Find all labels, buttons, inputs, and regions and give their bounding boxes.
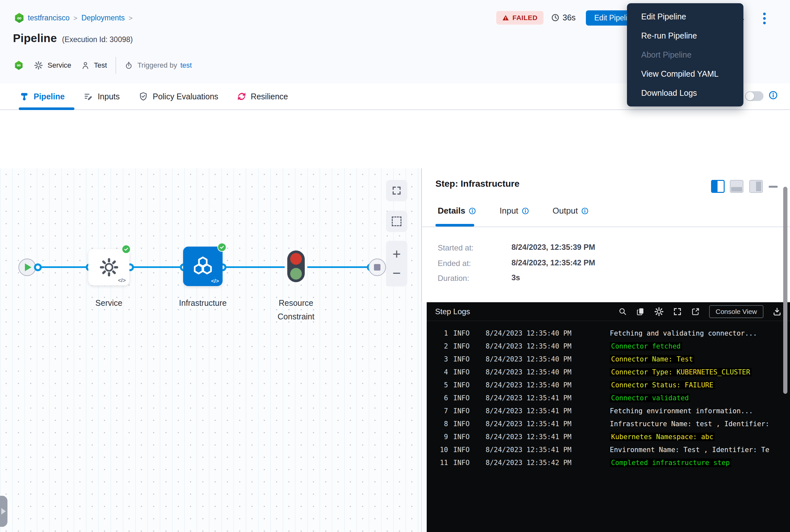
menu-item-rerun-pipeline[interactable]: Re-run Pipeline bbox=[627, 26, 744, 45]
triggered-by-user-link[interactable]: test bbox=[180, 61, 192, 70]
service-meta-label: Service bbox=[47, 61, 71, 70]
warning-triangle-icon bbox=[502, 14, 509, 21]
play-icon bbox=[25, 263, 32, 271]
code-tag: </> bbox=[118, 277, 126, 284]
fullscreen-icon[interactable] bbox=[673, 307, 682, 316]
trigger-stopwatch-icon bbox=[124, 61, 133, 70]
step-logs-title: Step Logs bbox=[435, 307, 470, 316]
view-toggle-switch[interactable] bbox=[745, 91, 764, 101]
node-label-service: Service bbox=[85, 296, 133, 310]
console-view-button[interactable]: Console View bbox=[709, 305, 764, 318]
log-row: 5INFO8/24/2023 12:35:40 PMConnector Stat… bbox=[437, 379, 787, 392]
meta-divider bbox=[115, 57, 116, 74]
breadcrumb-deployments[interactable]: Deployments bbox=[81, 14, 124, 22]
cd-module-icon: ∞ bbox=[15, 61, 23, 70]
marquee-select-icon bbox=[392, 216, 402, 226]
execution-id: (Execution Id: 30098) bbox=[62, 35, 133, 44]
environment-person-icon bbox=[81, 61, 90, 70]
stop-icon bbox=[374, 264, 381, 270]
service-gear-icon bbox=[34, 61, 43, 70]
menu-item-abort-pipeline[interactable]: Abort Pipeline bbox=[627, 45, 744, 64]
tab-pipeline[interactable]: Pipeline bbox=[19, 92, 65, 101]
log-rows: 1INFO8/24/2023 12:35:40 PMFetching and v… bbox=[437, 327, 787, 469]
pipeline-canvas[interactable]: </> </> Service Infrastructure Resource … bbox=[0, 168, 422, 532]
step-logs-console: Step Logs Console View 1INFO8/24/2023 12… bbox=[427, 302, 790, 532]
stage-summary-bar: deploy Started at: 8/24/2023, 12:35:11 P… bbox=[0, 110, 790, 168]
triggered-by-label: Triggered by bbox=[137, 61, 177, 70]
shield-check-icon bbox=[138, 92, 148, 101]
copy-icon[interactable] bbox=[636, 307, 645, 316]
tab-inputs[interactable]: Inputs bbox=[83, 92, 120, 101]
resource-constraint-node[interactable] bbox=[287, 250, 305, 282]
fullscreen-icon bbox=[391, 186, 402, 196]
gear-icon[interactable] bbox=[654, 307, 664, 317]
service-step-node[interactable]: </> bbox=[88, 249, 129, 285]
more-options-kebab-icon[interactable] bbox=[759, 11, 769, 26]
active-step-tab-underline bbox=[436, 224, 474, 227]
node-label-resource-constraint: Resource Constraint bbox=[269, 296, 324, 323]
zoom-out-button[interactable]: − bbox=[392, 268, 401, 279]
end-node[interactable] bbox=[368, 259, 386, 276]
pipeline-options-menu: Edit Pipeline Re-run Pipeline Abort Pipe… bbox=[627, 3, 744, 107]
cd-module-icon: ∞ bbox=[15, 13, 24, 23]
pipeline-tab-icon bbox=[19, 92, 29, 101]
info-icon[interactable] bbox=[768, 90, 778, 100]
breadcrumb-project[interactable]: testfrancisco bbox=[28, 14, 70, 22]
breadcrumb-separator: > bbox=[129, 14, 133, 22]
log-row: 6INFO8/24/2023 12:35:41 PMConnector vali… bbox=[437, 392, 787, 404]
layout-bottom-view-button[interactable] bbox=[730, 180, 744, 193]
active-tab-underline bbox=[19, 108, 74, 110]
layout-split-view-button[interactable] bbox=[711, 180, 725, 193]
breadcrumb-separator: > bbox=[73, 14, 77, 22]
canvas-select-button[interactable] bbox=[386, 211, 407, 232]
code-tag: </> bbox=[211, 278, 219, 284]
chevron-right-icon bbox=[1, 508, 6, 514]
kubernetes-hexagons-icon bbox=[191, 255, 214, 278]
start-node[interactable] bbox=[18, 259, 36, 276]
detail-label: Started at: bbox=[438, 243, 474, 252]
pipeline-meta-row: ∞ Service Test Triggered by test bbox=[15, 57, 192, 74]
step-logs-header: Step Logs Console View bbox=[427, 302, 790, 321]
info-icon[interactable] bbox=[468, 207, 476, 215]
success-check-icon bbox=[217, 243, 227, 252]
info-icon[interactable] bbox=[581, 207, 589, 215]
inputs-tab-icon bbox=[83, 92, 93, 101]
resilience-tab-icon bbox=[237, 92, 246, 101]
traffic-red-light bbox=[290, 253, 302, 265]
canvas-fullscreen-button[interactable] bbox=[386, 180, 407, 201]
download-logs-icon[interactable] bbox=[772, 307, 782, 316]
tab-policy-evaluations[interactable]: Policy Evaluations bbox=[138, 92, 218, 101]
edge-service-infra bbox=[133, 266, 180, 268]
log-row: 4INFO8/24/2023 12:35:40 PMConnector Type… bbox=[437, 366, 787, 379]
expand-left-panel-handle[interactable] bbox=[0, 496, 7, 527]
tab-resilience[interactable]: Resilience bbox=[237, 92, 288, 101]
traffic-green-light bbox=[290, 268, 302, 280]
search-icon[interactable] bbox=[618, 307, 627, 316]
step-details-panel: Step: Infrastructure Details Input Outpu… bbox=[422, 168, 790, 302]
node-label-infrastructure: Infrastructure bbox=[172, 296, 234, 310]
detail-value: 8/24/2023, 12:35:39 PM bbox=[512, 243, 595, 252]
open-in-new-icon[interactable] bbox=[691, 307, 700, 316]
log-row: 10INFO8/24/2023 12:35:41 PMEnvironment N… bbox=[437, 443, 787, 456]
detail-value: 8/24/2023, 12:35:42 PM bbox=[512, 258, 595, 267]
log-row: 2INFO8/24/2023 12:35:40 PMConnector fetc… bbox=[437, 340, 787, 353]
infrastructure-step-node[interactable]: </> bbox=[183, 247, 223, 286]
page-title: Pipeline bbox=[13, 32, 57, 45]
environment-meta-label: Test bbox=[94, 61, 107, 70]
menu-item-download-logs[interactable]: Download Logs bbox=[627, 83, 744, 102]
menu-item-view-compiled-yaml[interactable]: View Compiled YAML bbox=[627, 64, 744, 83]
minimize-panel-button[interactable] bbox=[769, 186, 778, 188]
menu-item-edit-pipeline[interactable]: Edit Pipeline bbox=[627, 7, 744, 26]
log-row: 3INFO8/24/2023 12:35:40 PMConnector Name… bbox=[437, 353, 787, 366]
step-tab-input[interactable]: Input bbox=[500, 206, 529, 216]
zoom-in-button[interactable]: + bbox=[392, 248, 401, 260]
step-panel-title: Step: Infrastructure bbox=[436, 178, 520, 189]
layout-right-view-button[interactable] bbox=[749, 180, 763, 193]
panel-scrollbar[interactable] bbox=[783, 187, 787, 394]
edge-infra-constraint bbox=[226, 266, 285, 268]
info-icon[interactable] bbox=[521, 207, 529, 215]
log-row: 9INFO8/24/2023 12:35:41 PMKubernetes Nam… bbox=[437, 431, 787, 443]
step-tab-details[interactable]: Details bbox=[438, 206, 476, 216]
step-tab-output[interactable]: Output bbox=[553, 206, 589, 216]
detail-label: Ended at: bbox=[438, 259, 471, 268]
